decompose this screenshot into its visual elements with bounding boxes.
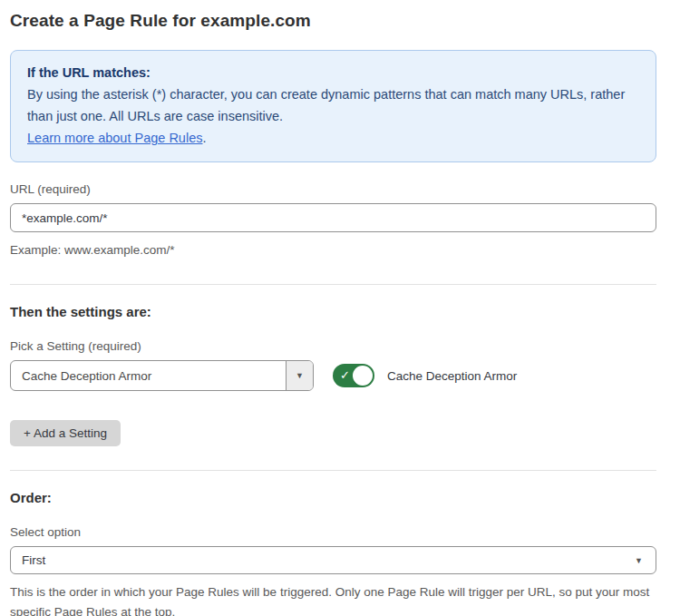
order-section-heading: Order:	[10, 490, 656, 505]
learn-more-link[interactable]: Learn more about Page Rules	[27, 131, 202, 145]
setting-row: Cache Deception Armor ▼ ✓ Cache Deceptio…	[10, 360, 656, 391]
url-input[interactable]	[10, 203, 656, 232]
setting-toggle-group: ✓ Cache Deception Armor	[333, 364, 517, 387]
divider	[10, 470, 656, 471]
create-page-rule-form: Create a Page Rule for example.com If th…	[0, 0, 680, 616]
page-title: Create a Page Rule for example.com	[10, 11, 656, 31]
add-setting-button[interactable]: + Add a Setting	[10, 420, 121, 446]
chevron-down-icon: ▼	[635, 556, 643, 565]
order-help-text: This is the order in which your Page Rul…	[10, 582, 656, 616]
check-icon: ✓	[340, 369, 350, 381]
info-box-heading: If the URL matches:	[27, 62, 639, 83]
url-match-info-box: If the URL matches: By using the asteris…	[10, 50, 656, 162]
setting-select[interactable]: Cache Deception Armor ▼	[10, 360, 314, 391]
toggle-label: Cache Deception Armor	[387, 369, 517, 383]
setting-select-arrow-button[interactable]: ▼	[286, 361, 313, 390]
settings-section-heading: Then the settings are:	[10, 304, 656, 319]
url-example-text: Example: www.example.com/*	[10, 240, 656, 260]
order-select-value: First	[22, 553, 45, 567]
divider	[10, 284, 656, 285]
order-select-label: Select option	[10, 525, 656, 539]
info-box-link-line: Learn more about Page Rules.	[27, 127, 639, 149]
toggle-knob	[353, 366, 373, 386]
setting-picker-label: Pick a Setting (required)	[10, 339, 656, 353]
chevron-down-icon: ▼	[296, 371, 304, 380]
info-box-body: By using the asterisk (*) character, you…	[27, 83, 639, 127]
setting-select-value: Cache Deception Armor	[11, 361, 286, 390]
cache-deception-armor-toggle[interactable]: ✓	[333, 364, 374, 387]
url-field-label: URL (required)	[10, 182, 656, 196]
link-period: .	[202, 131, 206, 145]
order-select[interactable]: First ▼	[10, 546, 656, 574]
